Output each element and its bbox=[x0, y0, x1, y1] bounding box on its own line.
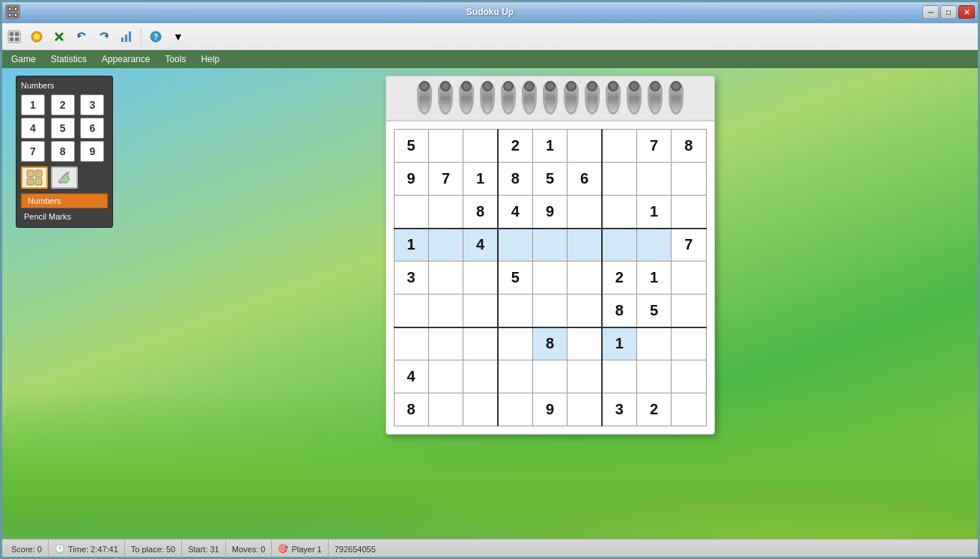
toolbar-dropdown[interactable]: ▼ bbox=[168, 26, 189, 47]
cell-4-4[interactable] bbox=[532, 262, 567, 294]
cell-1-5[interactable]: 6 bbox=[567, 163, 602, 196]
cell-7-0[interactable]: 4 bbox=[394, 360, 428, 393]
num-btn-8[interactable]: 8 bbox=[51, 141, 75, 162]
cell-0-5[interactable] bbox=[567, 130, 602, 163]
cell-6-1[interactable] bbox=[428, 327, 463, 360]
cell-2-5[interactable] bbox=[567, 196, 602, 229]
num-btn-7[interactable]: 7 bbox=[21, 141, 45, 162]
toolbar-new-game[interactable] bbox=[4, 26, 25, 47]
cell-5-3[interactable] bbox=[498, 294, 532, 327]
menu-tools[interactable]: Tools bbox=[157, 52, 193, 66]
cell-3-7[interactable] bbox=[636, 229, 671, 262]
cell-5-2[interactable] bbox=[463, 294, 498, 327]
cell-0-3[interactable]: 2 bbox=[498, 130, 532, 163]
cell-4-5[interactable] bbox=[567, 262, 602, 294]
cell-4-3[interactable]: 5 bbox=[498, 262, 532, 294]
toolbar-help[interactable]: ? bbox=[145, 26, 166, 47]
cell-7-4[interactable] bbox=[532, 360, 567, 393]
cell-2-7[interactable]: 1 bbox=[636, 196, 671, 229]
toolbar-redo[interactable] bbox=[94, 26, 115, 47]
cell-0-6[interactable] bbox=[602, 130, 636, 163]
cell-6-5[interactable] bbox=[567, 327, 602, 360]
cell-5-6[interactable]: 8 bbox=[602, 294, 636, 327]
cell-1-8[interactable] bbox=[672, 163, 706, 196]
cell-5-5[interactable] bbox=[567, 294, 602, 327]
num-btn-6[interactable]: 6 bbox=[80, 118, 104, 139]
cell-7-5[interactable] bbox=[567, 360, 602, 393]
cell-5-8[interactable] bbox=[672, 294, 706, 327]
menu-appearance[interactable]: Appearance bbox=[94, 52, 158, 66]
cell-2-3[interactable]: 4 bbox=[498, 196, 532, 229]
cell-4-0[interactable]: 3 bbox=[394, 262, 428, 294]
cell-7-7[interactable] bbox=[636, 360, 671, 393]
cell-8-6[interactable]: 3 bbox=[602, 393, 636, 426]
cell-2-6[interactable] bbox=[602, 196, 636, 229]
cell-1-7[interactable] bbox=[636, 163, 671, 196]
cell-4-1[interactable] bbox=[428, 262, 463, 294]
num-btn-4[interactable]: 4 bbox=[21, 118, 45, 139]
cell-7-8[interactable] bbox=[672, 360, 706, 393]
cell-6-0[interactable] bbox=[394, 327, 428, 360]
cell-2-0[interactable] bbox=[394, 196, 428, 229]
cell-0-7[interactable]: 7 bbox=[636, 130, 671, 163]
cell-1-3[interactable]: 8 bbox=[498, 163, 532, 196]
cell-4-6[interactable]: 2 bbox=[602, 262, 636, 294]
toolbar-btn-2[interactable] bbox=[26, 26, 47, 47]
cell-3-1[interactable] bbox=[428, 229, 463, 262]
maximize-button[interactable]: □ bbox=[940, 5, 957, 19]
cell-8-1[interactable] bbox=[428, 393, 463, 426]
cell-6-6[interactable]: 1 bbox=[602, 327, 636, 360]
menu-game[interactable]: Game bbox=[4, 52, 43, 66]
num-btn-9[interactable]: 9 bbox=[80, 141, 104, 162]
cell-7-6[interactable] bbox=[602, 360, 636, 393]
cell-5-1[interactable] bbox=[428, 294, 463, 327]
eraser-tool-icon[interactable] bbox=[51, 166, 78, 189]
cell-3-4[interactable] bbox=[532, 229, 567, 262]
cell-6-3[interactable] bbox=[498, 327, 532, 360]
cell-3-6[interactable] bbox=[602, 229, 636, 262]
close-button[interactable]: ✕ bbox=[958, 5, 975, 19]
cell-1-0[interactable]: 9 bbox=[394, 163, 428, 196]
cell-0-8[interactable]: 8 bbox=[672, 130, 706, 163]
num-btn-2[interactable]: 2 bbox=[51, 94, 75, 115]
toolbar-undo[interactable] bbox=[71, 26, 92, 47]
cell-3-5[interactable] bbox=[567, 229, 602, 262]
cell-1-6[interactable] bbox=[602, 163, 636, 196]
cell-3-3[interactable] bbox=[498, 229, 532, 262]
cell-6-4[interactable]: 8 bbox=[532, 327, 567, 360]
minimize-button[interactable]: ─ bbox=[922, 5, 939, 19]
cell-1-2[interactable]: 1 bbox=[463, 163, 498, 196]
cell-7-2[interactable] bbox=[463, 360, 498, 393]
cell-8-8[interactable] bbox=[672, 393, 706, 426]
num-btn-3[interactable]: 3 bbox=[80, 94, 104, 115]
cell-0-1[interactable] bbox=[428, 130, 463, 163]
cell-8-7[interactable]: 2 bbox=[636, 393, 671, 426]
cell-0-0[interactable]: 5 bbox=[394, 130, 428, 163]
numbers-mode-btn[interactable]: Numbers bbox=[21, 193, 108, 208]
toolbar-stats[interactable] bbox=[116, 26, 137, 47]
cell-5-4[interactable] bbox=[532, 294, 567, 327]
cell-4-2[interactable] bbox=[463, 262, 498, 294]
cell-8-0[interactable]: 8 bbox=[394, 393, 428, 426]
cell-4-8[interactable] bbox=[672, 262, 706, 294]
cell-6-8[interactable] bbox=[672, 327, 706, 360]
cell-0-2[interactable] bbox=[463, 130, 498, 163]
cell-3-2[interactable]: 4 bbox=[463, 229, 498, 262]
cell-8-5[interactable] bbox=[567, 393, 602, 426]
cell-7-1[interactable] bbox=[428, 360, 463, 393]
cell-1-4[interactable]: 5 bbox=[532, 163, 567, 196]
cell-6-2[interactable] bbox=[463, 327, 498, 360]
cell-5-0[interactable] bbox=[394, 294, 428, 327]
cell-2-1[interactable] bbox=[428, 196, 463, 229]
grid-tool-icon[interactable] bbox=[21, 166, 48, 189]
cell-8-2[interactable] bbox=[463, 393, 498, 426]
cell-2-4[interactable]: 9 bbox=[532, 196, 567, 229]
cell-2-8[interactable] bbox=[672, 196, 706, 229]
cell-3-0[interactable]: 1 bbox=[394, 229, 428, 262]
menu-statistics[interactable]: Statistics bbox=[43, 52, 94, 66]
cell-3-8[interactable]: 7 bbox=[672, 229, 706, 262]
num-btn-5[interactable]: 5 bbox=[51, 118, 75, 139]
toolbar-btn-3[interactable] bbox=[49, 26, 70, 47]
cell-8-3[interactable] bbox=[498, 393, 532, 426]
cell-4-7[interactable]: 1 bbox=[636, 262, 671, 294]
